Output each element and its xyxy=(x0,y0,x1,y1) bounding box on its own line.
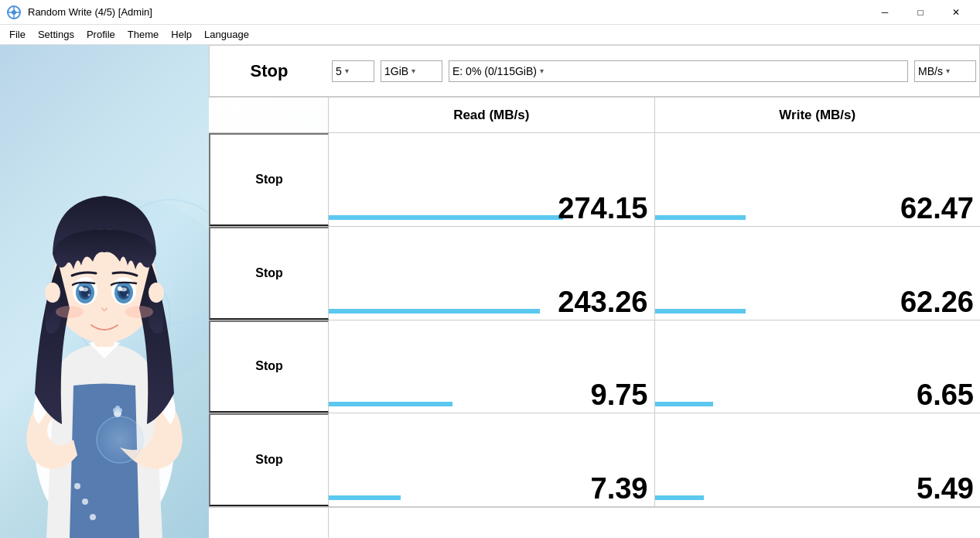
controls-right: 5 ▾ 1GiB ▾ E: 0% (0/115GiB) ▾ MB/s ▾ xyxy=(329,45,980,97)
read-bar-2 xyxy=(329,402,452,406)
read-cell-1: 243.26 xyxy=(329,227,655,320)
svg-point-13 xyxy=(45,283,60,303)
benchmark-panel: Stop 5 ▾ 1GiB ▾ E: 0% (0/115GiB) ▾ MB/s … xyxy=(209,45,980,538)
svg-point-35 xyxy=(97,416,143,463)
menu-profile[interactable]: Profile xyxy=(80,27,121,42)
svg-point-9 xyxy=(82,499,88,505)
read-value-3: 7.39 xyxy=(591,474,648,503)
svg-point-8 xyxy=(74,483,80,489)
header-read: Read (MB/s) xyxy=(329,98,655,132)
menu-help[interactable]: Help xyxy=(165,27,198,42)
read-cell-3: 7.39 xyxy=(329,413,655,506)
svg-point-34 xyxy=(115,406,120,410)
app-icon xyxy=(6,5,22,20)
empty-row xyxy=(209,507,980,538)
drive-value: E: 0% (0/115GiB) xyxy=(452,65,537,77)
write-cell-1: 62.26 xyxy=(655,227,981,320)
stop-button-main[interactable]: Stop xyxy=(209,45,329,97)
write-bar-3 xyxy=(655,495,704,500)
svg-point-28 xyxy=(121,288,127,292)
stop-button-2[interactable]: Stop xyxy=(209,320,329,413)
data-row-2: Stop 9.75 6.65 xyxy=(209,320,980,414)
unit-arrow: ▾ xyxy=(946,67,950,75)
read-bar-0 xyxy=(329,215,563,220)
menu-theme[interactable]: Theme xyxy=(121,27,165,42)
menu-language[interactable]: Language xyxy=(198,27,255,42)
write-cell-2: 6.65 xyxy=(655,320,981,413)
read-value-0: 274.15 xyxy=(558,194,647,223)
svg-point-29 xyxy=(56,306,84,318)
header-left-spacer xyxy=(209,98,329,132)
left-panel xyxy=(0,45,209,538)
read-bar-1 xyxy=(329,309,540,314)
write-bar-0 xyxy=(655,215,746,220)
drive-arrow: ▾ xyxy=(540,67,544,75)
write-bar-2 xyxy=(655,402,714,406)
size-arrow: ▾ xyxy=(411,67,415,75)
minimize-button[interactable]: ─ xyxy=(867,0,903,25)
queue-value: 5 xyxy=(336,65,342,77)
write-value-3: 5.49 xyxy=(917,474,974,503)
svg-point-14 xyxy=(149,283,164,303)
close-button[interactable]: ✕ xyxy=(938,0,974,25)
window-title: Random Write (4/5) [Admin] xyxy=(28,6,152,18)
size-dropdown[interactable]: 1GiB ▾ xyxy=(381,60,442,82)
stop-button-1[interactable]: Stop xyxy=(209,227,329,320)
queue-dropdown[interactable]: 5 ▾ xyxy=(332,60,374,82)
write-value-2: 6.65 xyxy=(917,380,974,409)
queue-arrow: ▾ xyxy=(345,67,349,75)
data-row-1: Stop 243.26 62.26 xyxy=(209,227,980,320)
empty-left xyxy=(209,508,329,538)
unit-dropdown[interactable]: MB/s ▾ xyxy=(914,60,976,82)
unit-value: MB/s xyxy=(918,65,943,77)
menu-bar: File Settings Profile Theme Help Languag… xyxy=(0,25,980,45)
stop-button-0[interactable]: Stop xyxy=(209,133,329,226)
title-bar-left: Random Write (4/5) [Admin] xyxy=(6,5,152,20)
drive-dropdown[interactable]: E: 0% (0/115GiB) ▾ xyxy=(449,60,908,82)
read-cell-2: 9.75 xyxy=(329,320,655,413)
title-bar: Random Write (4/5) [Admin] ─ □ ✕ xyxy=(0,0,980,25)
data-row-0: Stop 274.15 62.47 xyxy=(209,133,980,227)
maximize-button[interactable]: □ xyxy=(903,0,938,25)
svg-point-10 xyxy=(90,514,96,520)
size-value: 1GiB xyxy=(384,65,408,77)
write-cell-3: 5.49 xyxy=(655,413,981,506)
svg-point-20 xyxy=(88,294,90,296)
menu-settings[interactable]: Settings xyxy=(32,27,80,42)
write-cell-0: 62.47 xyxy=(655,133,981,226)
svg-point-27 xyxy=(127,294,129,296)
svg-point-3 xyxy=(12,10,16,15)
data-row-3: Stop 7.39 5.49 xyxy=(209,413,980,507)
write-value-1: 62.26 xyxy=(900,287,974,317)
empty-right xyxy=(329,508,980,538)
write-bar-1 xyxy=(655,309,746,314)
controls-row: Stop 5 ▾ 1GiB ▾ E: 0% (0/115GiB) ▾ MB/s … xyxy=(209,45,980,98)
read-value-2: 9.75 xyxy=(591,380,648,409)
header-write: Write (MB/s) xyxy=(655,98,981,132)
svg-point-21 xyxy=(82,288,88,292)
read-bar-3 xyxy=(329,495,401,500)
write-value-0: 62.47 xyxy=(900,194,974,223)
anime-character xyxy=(0,45,209,538)
svg-point-30 xyxy=(125,306,153,318)
header-row: Read (MB/s) Write (MB/s) xyxy=(209,98,980,133)
title-bar-controls: ─ □ ✕ xyxy=(867,0,974,25)
stop-button-3[interactable]: Stop xyxy=(209,413,329,506)
read-cell-0: 274.15 xyxy=(329,133,655,226)
main-content: Stop 5 ▾ 1GiB ▾ E: 0% (0/115GiB) ▾ MB/s … xyxy=(0,45,980,538)
read-value-1: 243.26 xyxy=(558,287,647,317)
menu-file[interactable]: File xyxy=(3,27,32,42)
